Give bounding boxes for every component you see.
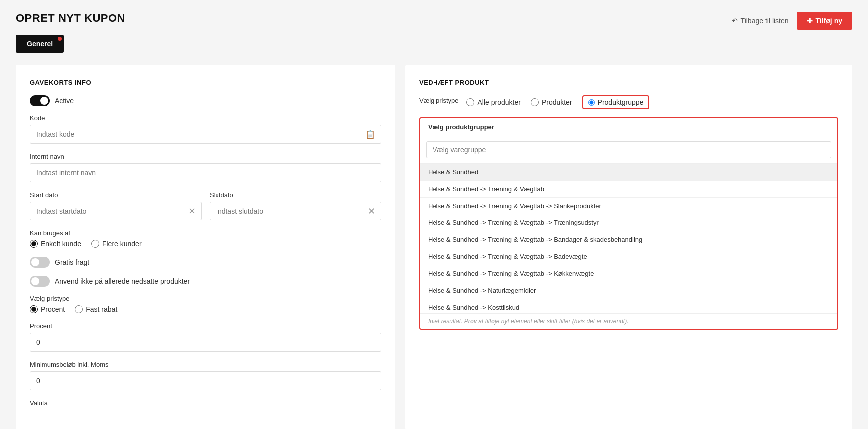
- active-label: Active: [55, 97, 74, 105]
- vaelg-pristype-label: Vælg pristype: [30, 295, 381, 302]
- dropdown-search-area: [420, 136, 837, 164]
- active-toggle[interactable]: [30, 95, 50, 106]
- produktgruppe-dropdown-box: Vælg produktgrupper Helse & SundhedHelse…: [419, 117, 838, 330]
- alle-produkter-option[interactable]: Alle produkter: [466, 98, 520, 106]
- start-dato-group: Start dato ✕: [30, 191, 202, 220]
- back-label: Tilbage til listen: [741, 17, 789, 25]
- alle-produkter-radio[interactable]: [466, 98, 474, 106]
- kode-group: Kode 📋: [30, 114, 381, 144]
- generel-tab[interactable]: Generel: [16, 35, 64, 53]
- procent-field-label: Procent: [30, 322, 381, 330]
- internt-navn-label: Internt navn: [30, 153, 381, 160]
- anvend-ikke-row: Anvend ikke på allerede nedsatte produkt…: [30, 276, 381, 287]
- flere-kunder-label: Flere kunder: [102, 240, 142, 248]
- list-item[interactable]: Helse & Sundhed -> Naturlægemidler: [420, 282, 837, 299]
- list-item[interactable]: Helse & Sundhed: [420, 164, 837, 181]
- enkelt-kunde-label: Enkelt kunde: [41, 240, 81, 248]
- minimum-label: Minimumsbeløb inkl. Moms: [30, 361, 381, 368]
- flere-kunder-option[interactable]: Flere kunder: [91, 240, 142, 248]
- gavekorts-section-title: GAVEKORTS INFO: [30, 79, 381, 86]
- produkter-option[interactable]: Produkter: [531, 98, 572, 106]
- procent-option-label: Procent: [41, 305, 65, 313]
- page-title: OPRET NYT KUPON: [16, 12, 852, 25]
- pristype-radio-group: Procent Fast rabat: [30, 305, 381, 313]
- right-vaelg-pristype-label: Vælg pristype: [419, 97, 458, 104]
- date-row: Start dato ✕ Slutdato ✕: [30, 191, 381, 229]
- right-panel: VEDHÆFT PRODUKT Vælg pristype Alle produ…: [405, 65, 852, 429]
- list-item[interactable]: Helse & Sundhed -> Træning & Vægttab -> …: [420, 198, 837, 214]
- fast-rabat-label: Fast rabat: [86, 305, 117, 313]
- start-dato-label: Start dato: [30, 191, 202, 199]
- gratis-fragt-row: Gratis fragt: [30, 257, 381, 268]
- back-button[interactable]: ↶ Tilbage til listen: [732, 17, 789, 25]
- tab-notification-dot: [58, 37, 62, 41]
- start-dato-input[interactable]: [30, 202, 202, 220]
- produktgruppe-radio[interactable]: [588, 99, 595, 106]
- fast-rabat-radio[interactable]: [75, 305, 83, 313]
- produktgruppe-selected-box: Produktgruppe: [582, 95, 650, 109]
- kan-bruges-label: Kan bruges af: [30, 229, 381, 237]
- add-label: Tilføj ny: [816, 17, 842, 25]
- list-item[interactable]: Helse & Sundhed -> Træning & Vægttab -> …: [420, 265, 837, 282]
- alle-produkter-label: Alle produkter: [477, 98, 520, 106]
- copy-icon: 📋: [365, 130, 375, 139]
- produkter-label: Produkter: [542, 98, 572, 106]
- add-button[interactable]: ✚ Tilføj ny: [797, 12, 852, 30]
- right-pristype-row: Vælg pristype Alle produkter Produkter P…: [419, 95, 838, 109]
- kan-bruges-group: Kan bruges af Enkelt kunde Flere kunder: [30, 229, 381, 248]
- vedhaft-section-title: VEDHÆFT PRODUKT: [419, 79, 838, 86]
- slut-dato-input[interactable]: [210, 202, 381, 220]
- kode-label: Kode: [30, 114, 381, 122]
- list-item[interactable]: Helse & Sundhed -> Træning & Vægttab -> …: [420, 214, 837, 231]
- procent-option[interactable]: Procent: [30, 305, 65, 313]
- internt-navn-group: Internt navn: [30, 153, 381, 182]
- valuta-label: Valuta: [30, 399, 381, 407]
- kan-bruges-radio-group: Enkelt kunde Flere kunder: [30, 240, 381, 248]
- dropdown-list: Helse & SundhedHelse & Sundhed -> Trænin…: [420, 164, 837, 313]
- list-item[interactable]: Helse & Sundhed -> Træning & Vægttab -> …: [420, 231, 837, 248]
- enkelt-kunde-radio[interactable]: [30, 240, 38, 248]
- gratis-fragt-toggle[interactable]: [30, 257, 50, 268]
- minimum-group: Minimumsbeløb inkl. Moms 0: [30, 361, 381, 390]
- flere-kunder-radio[interactable]: [91, 240, 99, 248]
- varegruppe-search-input[interactable]: [426, 141, 831, 158]
- right-pristype-options: Alle produkter Produkter Produktgruppe: [466, 95, 649, 109]
- procent-field-group: Procent 0: [30, 322, 381, 352]
- back-icon: ↶: [732, 17, 738, 25]
- produktgruppe-label: Produktgruppe: [598, 98, 644, 106]
- dropdown-header: Vælg produktgrupper: [420, 118, 837, 136]
- enkelt-kunde-option[interactable]: Enkelt kunde: [30, 240, 81, 248]
- active-toggle-row: Active: [30, 95, 381, 106]
- valuta-group: Valuta: [30, 399, 381, 407]
- anvend-ikke-toggle[interactable]: [30, 276, 50, 287]
- list-item[interactable]: Helse & Sundhed -> Kosttilskud: [420, 299, 837, 313]
- kode-input[interactable]: [30, 125, 381, 144]
- procent-radio[interactable]: [30, 305, 38, 313]
- slut-dato-label: Slutdato: [210, 191, 381, 199]
- list-item[interactable]: Helse & Sundhed -> Træning & Vægttab -> …: [420, 248, 837, 265]
- gratis-fragt-label: Gratis fragt: [55, 258, 89, 266]
- vaelg-pristype-group: Vælg pristype Procent Fast rabat: [30, 295, 381, 313]
- internt-navn-input[interactable]: [30, 163, 381, 182]
- left-panel: GAVEKORTS INFO Active Kode 📋 Internt: [16, 65, 395, 429]
- slut-dato-group: Slutdato ✕: [210, 191, 381, 220]
- slut-dato-clear[interactable]: ✕: [368, 206, 375, 216]
- tab-label: Generel: [27, 40, 53, 48]
- dropdown-footer: Intet resultat. Prøv at tilføje nyt elem…: [420, 313, 837, 329]
- list-item[interactable]: Helse & Sundhed -> Træning & Vægttab: [420, 181, 837, 198]
- start-dato-clear[interactable]: ✕: [188, 206, 196, 216]
- anvend-ikke-label: Anvend ikke på allerede nedsatte produkt…: [55, 277, 190, 285]
- plus-icon: ✚: [807, 17, 813, 25]
- produkter-radio[interactable]: [531, 98, 539, 106]
- procent-input[interactable]: 0: [30, 333, 381, 352]
- fast-rabat-option[interactable]: Fast rabat: [75, 305, 117, 313]
- tab-bar: Generel: [16, 35, 852, 53]
- minimum-input[interactable]: 0: [30, 371, 381, 390]
